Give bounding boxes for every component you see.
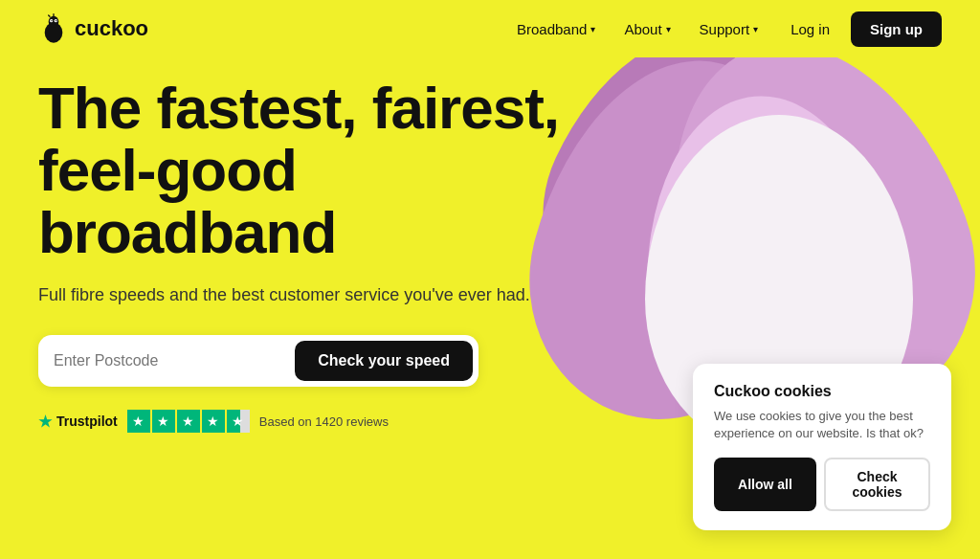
cookie-actions: Allow all Check cookies xyxy=(714,458,930,511)
trustpilot-logo: ★ Trustpilot xyxy=(38,413,118,431)
allow-all-button[interactable]: Allow all xyxy=(714,458,816,511)
check-speed-button[interactable]: Check your speed xyxy=(295,341,473,381)
svg-point-4 xyxy=(51,20,52,21)
brand-name: cuckoo xyxy=(75,16,148,41)
logo[interactable]: cuckoo xyxy=(38,13,148,44)
about-chevron-icon: ▾ xyxy=(666,24,671,34)
nav-support[interactable]: Support ▾ xyxy=(688,13,770,45)
star-5-half: ★ xyxy=(227,410,250,433)
star-4: ★ xyxy=(202,410,225,433)
trustpilot-stars: ★ ★ ★ ★ ★ xyxy=(127,410,250,433)
hero-content: The fastest, fairest, feel-good broadban… xyxy=(38,77,574,433)
star-1: ★ xyxy=(127,410,150,433)
svg-point-1 xyxy=(49,16,59,28)
broadband-chevron-icon: ▾ xyxy=(590,24,595,34)
hero-title: The fastest, fairest, feel-good broadban… xyxy=(38,77,574,263)
postcode-search-bar: Check your speed xyxy=(38,335,479,387)
hero-section: The fastest, fairest, feel-good broadban… xyxy=(0,57,980,559)
svg-line-7 xyxy=(49,15,50,16)
hero-subtitle: Full fibre speeds and the best customer … xyxy=(38,282,574,308)
postcode-input[interactable] xyxy=(54,345,295,377)
trustpilot-widget: ★ Trustpilot ★ ★ ★ ★ ★ Based on 1420 rev… xyxy=(38,410,574,433)
nav-about[interactable]: About ▾ xyxy=(612,13,681,45)
cookie-description: We use cookies to give you the best expe… xyxy=(714,408,930,442)
nav-broadband[interactable]: Broadband ▾ xyxy=(505,13,607,45)
signup-button[interactable]: Sign up xyxy=(851,11,942,47)
nav-links: Broadband ▾ About ▾ Support ▾ Log in Sig… xyxy=(505,11,942,47)
trustpilot-star-icon: ★ xyxy=(38,413,52,431)
svg-point-5 xyxy=(56,20,56,21)
star-2: ★ xyxy=(152,410,175,433)
cookie-title: Cuckoo cookies xyxy=(714,383,930,400)
star-3: ★ xyxy=(177,410,200,433)
cookie-banner: Cuckoo cookies We use cookies to give yo… xyxy=(693,364,951,530)
trustpilot-review-count: Based on 1420 reviews xyxy=(259,414,389,429)
trustpilot-brand: Trustpilot xyxy=(56,414,118,429)
support-chevron-icon: ▾ xyxy=(753,24,758,34)
check-cookies-button[interactable]: Check cookies xyxy=(824,458,930,511)
login-button[interactable]: Log in xyxy=(775,13,845,45)
navbar: cuckoo Broadband ▾ About ▾ Support ▾ Log… xyxy=(0,0,980,57)
cuckoo-logo-icon xyxy=(38,13,69,44)
